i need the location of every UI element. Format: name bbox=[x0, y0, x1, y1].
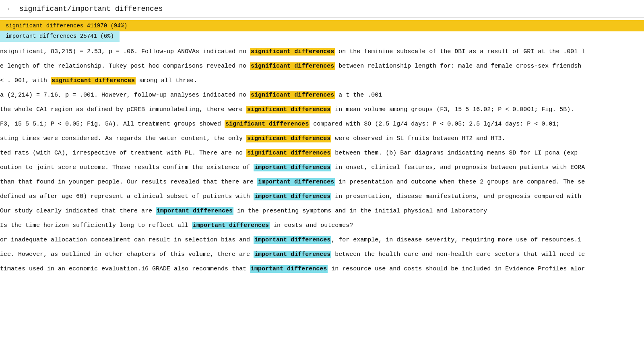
line-suffix: in presentation and outcome when these 2… bbox=[335, 179, 585, 185]
line-suffix: in onset, clinical features, and prognos… bbox=[331, 164, 585, 171]
highlight-term: important differences bbox=[254, 251, 331, 258]
line-prefix: sting times were considered. As regards … bbox=[0, 135, 246, 142]
text-line: ice. However, as outlined in other chapt… bbox=[0, 247, 644, 262]
line-suffix: , for example, in disease severity, requ… bbox=[331, 237, 581, 243]
line-prefix: Our study clearly indicated that there a… bbox=[0, 208, 156, 214]
line-prefix: timates used in an economic evaluation.1… bbox=[0, 266, 250, 272]
text-line: < . 001, with significant differences am… bbox=[0, 74, 644, 88]
line-suffix: compared with SO (2.5 lg/4 days: P < 0.0… bbox=[310, 121, 559, 128]
line-prefix: Is the time horizon sufficiently long to… bbox=[0, 222, 192, 229]
line-prefix: than that found in younger people. Our r… bbox=[0, 179, 257, 185]
highlight-term: important differences bbox=[254, 236, 331, 244]
text-line: ted rats (with CA), irrespective of trea… bbox=[0, 146, 644, 161]
line-suffix: in resource use and costs should be incl… bbox=[328, 266, 585, 272]
line-suffix: in mean volume among groups (F3, 15 5 16… bbox=[331, 106, 574, 113]
header: ← significant/important differences bbox=[0, 0, 644, 18]
text-line: e length of the relationship. Tukey post… bbox=[0, 59, 644, 74]
highlight-term: significant differences bbox=[250, 62, 335, 70]
line-suffix: between the health care and non-health c… bbox=[331, 251, 585, 258]
line-prefix: nsignificant, 83,215) = 2.53, p = .06. F… bbox=[0, 48, 250, 55]
highlight-term: significant differences bbox=[246, 135, 331, 142]
line-prefix: F3, 15 5 5.1; P < 0.05; Fig. 5A). All tr… bbox=[0, 121, 225, 128]
line-prefix: ice. However, as outlined in other chapt… bbox=[0, 251, 254, 258]
line-prefix: ted rats (with CA), irrespective of trea… bbox=[0, 150, 246, 157]
important-stat: important differences 25741 (6%) bbox=[0, 31, 120, 42]
highlight-term: important differences bbox=[257, 178, 335, 186]
text-line: oution to joint score outcome. These res… bbox=[0, 161, 644, 175]
line-suffix: among all three. bbox=[136, 77, 197, 84]
highlight-term: significant differences bbox=[250, 48, 335, 56]
text-line: Our study clearly indicated that there a… bbox=[0, 204, 644, 218]
text-line: or inadequate allocation concealment can… bbox=[0, 233, 644, 247]
highlight-term: important differences bbox=[250, 265, 328, 273]
highlight-term: important differences bbox=[192, 222, 270, 229]
line-prefix: oution to joint score outcome. These res… bbox=[0, 164, 254, 171]
text-line: F3, 15 5 5.1; P < 0.05; Fig. 5A). All tr… bbox=[0, 117, 644, 132]
line-suffix: in the presenting symptoms and in the in… bbox=[233, 208, 487, 214]
line-suffix: in costs and outcomes? bbox=[270, 222, 353, 229]
highlight-term: significant differences bbox=[51, 77, 136, 84]
highlight-term: significant differences bbox=[246, 106, 331, 113]
text-line: timates used in an economic evaluation.1… bbox=[0, 262, 644, 276]
text-line: the whole CA1 region as defined by pCREB… bbox=[0, 103, 644, 117]
line-suffix: between relationship length for: male an… bbox=[335, 63, 581, 70]
highlight-term: important differences bbox=[156, 207, 233, 215]
highlight-term: important differences bbox=[254, 193, 331, 200]
line-prefix: defined as after age 60) represent a cli… bbox=[0, 193, 254, 200]
page-title: significant/important differences bbox=[19, 5, 163, 13]
line-suffix: were observed in SL fruits between HT2 a… bbox=[331, 135, 505, 142]
text-line: sting times were considered. As regards … bbox=[0, 132, 644, 146]
back-button[interactable]: ← bbox=[6, 4, 14, 13]
content-area: nsignificant, 83,215) = 2.53, p = .06. F… bbox=[0, 41, 644, 280]
line-prefix: e length of the relationship. Tukey post… bbox=[0, 63, 250, 70]
significant-stat: significant differences 411970 (94%) bbox=[0, 20, 644, 31]
line-prefix: < . 001, with bbox=[0, 77, 51, 84]
text-line: than that found in younger people. Our r… bbox=[0, 175, 644, 190]
line-suffix: on the feminine subscale of the DBI as a… bbox=[335, 48, 585, 55]
line-prefix: a (2,214) = 7.16, p = .001. However, fol… bbox=[0, 92, 250, 99]
line-prefix: the whole CA1 region as defined by pCREB… bbox=[0, 106, 246, 113]
text-line: Is the time horizon sufficiently long to… bbox=[0, 218, 644, 233]
highlight-term: significant differences bbox=[225, 120, 310, 128]
line-suffix: between them. (b) Bar diagrams indicatin… bbox=[331, 150, 578, 157]
text-line: defined as after age 60) represent a cli… bbox=[0, 190, 644, 204]
highlight-term: significant differences bbox=[250, 91, 335, 99]
text-line: a (2,214) = 7.16, p = .001. However, fol… bbox=[0, 88, 644, 103]
stats-bar: significant differences 411970 (94%) imp… bbox=[0, 18, 644, 41]
highlight-term: important differences bbox=[254, 164, 331, 171]
line-prefix: or inadequate allocation concealment can… bbox=[0, 237, 254, 243]
line-suffix: a t the .001 bbox=[335, 92, 382, 99]
highlight-term: significant differences bbox=[246, 149, 331, 157]
line-suffix: in presentation, disease manifestations,… bbox=[331, 193, 581, 200]
text-line: nsignificant, 83,215) = 2.53, p = .06. F… bbox=[0, 45, 644, 59]
